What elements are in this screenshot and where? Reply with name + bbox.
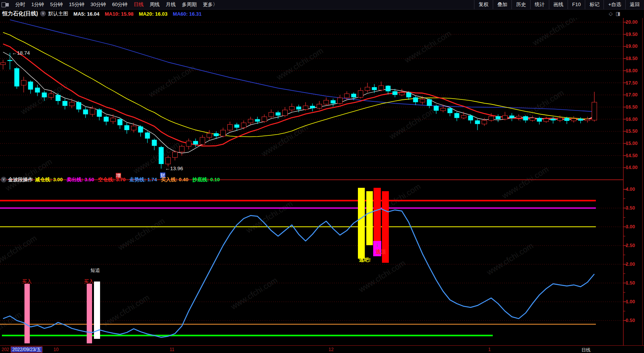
month-tick-label: 10 <box>53 347 58 352</box>
chevron-down-icon[interactable]: ∨ <box>40 11 46 16</box>
month-tick-label: 11 <box>170 347 174 352</box>
period-menu-item[interactable]: 分时 <box>15 1 25 8</box>
value-readout: MA20: 16.03 <box>139 11 167 17</box>
buy-signal-label: 买入 <box>22 278 32 285</box>
indicator-name: 金波段操作 <box>8 176 33 183</box>
axis-tick-label: 3.50 <box>626 205 642 211</box>
top-escape-label: 逃顶 <box>375 249 386 255</box>
period-menu-item[interactable]: 周线 <box>150 1 160 8</box>
trading-terminal: 分时1分钟5分钟15分钟30分钟60分钟日线周线月线多周期更多〉 复权叠加历史统… <box>0 0 644 353</box>
split-view-icon[interactable]: ◨ <box>616 11 620 16</box>
info-bar: 恒力石化(日线) ∨ 默认主图 MA5: 16.04MA10: 15.98MA2… <box>0 9 644 18</box>
watermark: www.cfchi.com <box>19 80 69 116</box>
period-menu-item[interactable]: 月线 <box>166 1 176 8</box>
period-menu-item[interactable]: 15分钟 <box>69 1 84 8</box>
clipped-year-label: 202 <box>2 347 9 352</box>
axis-tick-label: 20.00 <box>626 20 642 25</box>
value-readout: 卖出线: 3.50 <box>66 177 94 182</box>
watermark: www.cfchi.com <box>3 157 53 193</box>
period-menu-item[interactable]: 60分钟 <box>112 1 127 8</box>
watermark: www.cfchi.com <box>0 310 23 346</box>
axis-tick-label: 14.00 <box>626 165 642 170</box>
axis-tick-label: 15.00 <box>626 141 642 146</box>
date-axis[interactable]: 202 2022/09/23/五 日线 1011121 <box>0 345 644 353</box>
watermark: www.cfchi.com <box>275 46 325 82</box>
period-menu-item[interactable]: 5分钟 <box>50 1 63 8</box>
period-label: 日线 <box>581 347 591 353</box>
action-button[interactable]: 叠加 <box>493 0 511 9</box>
watermark: www.cfchi.com <box>485 241 535 277</box>
period-menu-item[interactable]: 日线 <box>134 1 144 8</box>
value-readout: 抄底线: 0.10 <box>192 177 220 182</box>
watermark: www.cfchi.com <box>500 164 550 200</box>
axis-tick-label: 18.00 <box>626 68 642 73</box>
axis-tick-label: 3.00 <box>626 224 642 229</box>
action-menu: 复权叠加历史统计画线F10标记+自选返回 <box>474 0 644 9</box>
buy-signal-label: 买入 <box>84 278 94 285</box>
action-button[interactable]: +自选 <box>604 0 625 9</box>
axis-tick-label: 19.00 <box>626 44 642 49</box>
action-button[interactable]: 画线 <box>549 0 568 9</box>
chart-corner-controls: ◇ ◨ <box>609 11 620 16</box>
indicator-header: ∨ 金波段操作 减仓线: 3.00卖出线: 3.50空仓线: 3.70走势线: … <box>1 176 224 183</box>
watermark: www.cfchi.com <box>229 275 279 311</box>
escape-warning-label: 逃吧! <box>359 257 371 264</box>
stock-title: 恒力石化(日线) <box>2 10 38 17</box>
value-readout: MA60: 16.31 <box>173 11 202 17</box>
axis-tick-label: 17.50 <box>626 80 642 86</box>
value-readout: 空仓线: 3.70 <box>98 177 126 182</box>
action-button[interactable]: F10 <box>568 0 585 9</box>
value-readout: 走势线: 1.74 <box>129 177 157 182</box>
value-readout: MA10: 15.98 <box>105 11 133 17</box>
axis-tick-label: 15.50 <box>626 129 642 134</box>
watermark: www.cfchi.com <box>357 258 407 294</box>
axis-tick-label: 14.50 <box>626 153 642 158</box>
watermark: www.cfchi.com <box>0 233 38 269</box>
value-readout: 减仓线: 3.00 <box>35 177 63 182</box>
top-toolbar: 分时1分钟5分钟15分钟30分钟60分钟日线周线月线多周期更多〉 复权叠加历史统… <box>0 0 644 10</box>
high-price-label: ←18.74 <box>12 50 30 56</box>
watermark: www.cfchi.com <box>387 105 437 141</box>
axis-tick-label: 1.50 <box>626 280 642 286</box>
axis-tick-label: 17.00 <box>626 92 642 98</box>
axis-tick-label: 0.50 <box>626 318 642 323</box>
selected-date-box[interactable]: 2022/09/23/五 <box>11 346 42 353</box>
ma-values: MA5: 16.04MA10: 15.98MA20: 16.03MA60: 16… <box>73 10 207 17</box>
watermark: www.cfchi.com <box>259 122 309 158</box>
main-overlay-selector[interactable]: 默认主图 <box>48 10 68 17</box>
watermark: www.cfchi.com <box>147 63 197 99</box>
period-menu-item[interactable]: 1分钟 <box>31 1 44 8</box>
indicator-values: 减仓线: 3.00卖出线: 3.50空仓线: 3.70走势线: 1.74买入线:… <box>35 176 224 183</box>
action-button[interactable]: 复权 <box>474 0 493 9</box>
period-menu-item[interactable]: 30分钟 <box>91 1 106 8</box>
axis-tick-label: 4.00 <box>626 187 642 192</box>
axis-tick-label: 16.00 <box>626 117 642 122</box>
watermark: www.cfchi.com <box>101 293 151 329</box>
low-price-label: ←13.96 <box>165 166 183 171</box>
watermark: www.cfchi.com <box>116 216 166 252</box>
axis-tick-label: 2.50 <box>626 243 642 248</box>
action-button[interactable]: 统计 <box>530 0 549 9</box>
axis-tick-label: 18.50 <box>626 56 642 61</box>
action-button[interactable]: 返回 <box>625 0 644 9</box>
value-readout: MA5: 16.04 <box>73 11 99 17</box>
down-arrow-icon: ↓ <box>373 241 381 248</box>
value-readout: 买入线: 0.40 <box>161 177 188 182</box>
action-button[interactable]: 历史 <box>511 0 530 9</box>
period-menu-item[interactable]: 多周期 <box>182 1 197 8</box>
axis-tick-label: 2.00 <box>626 262 642 267</box>
indicator-chevron-icon[interactable]: ∨ <box>1 177 6 182</box>
axis-tick-label: 19.50 <box>626 32 642 37</box>
month-tick-label: 12 <box>328 347 333 352</box>
period-menu: 分时1分钟5分钟15分钟30分钟60分钟日线周线月线多周期更多〉 <box>12 1 221 8</box>
axis-tick-label: 1.00 <box>626 299 642 304</box>
diamond-icon[interactable]: ◇ <box>609 11 613 16</box>
axis-tick-label: 16.50 <box>626 104 642 110</box>
action-button[interactable]: 标记 <box>585 0 604 9</box>
month-tick-label: 1 <box>488 347 491 352</box>
short-chase-label: 短追 <box>91 267 100 274</box>
period-menu-item[interactable]: 更多〉 <box>203 1 218 8</box>
window-icon[interactable] <box>2 2 10 7</box>
